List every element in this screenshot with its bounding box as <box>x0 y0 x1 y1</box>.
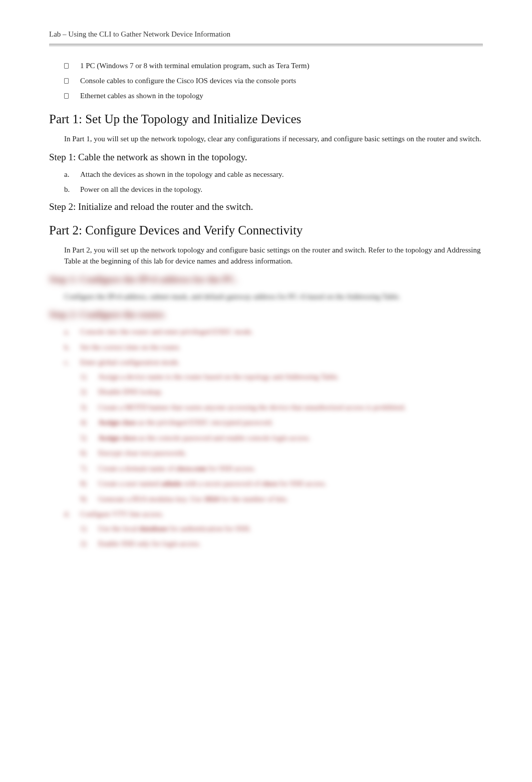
sub-marker: 2) <box>80 538 87 550</box>
part1-step1-heading: Step 1: Cable the network as shown in th… <box>49 152 483 163</box>
blurred-content: Step 1: Configure the IPv4 address for t… <box>49 274 483 550</box>
item-text: Configure VTY line access. <box>80 510 164 518</box>
sub-text: Encrypt clear text passwords. <box>98 449 187 457</box>
sub-list: 1)Assign a device name to the router bas… <box>80 371 483 505</box>
item-text: Power on all the devices in the topology… <box>80 185 202 193</box>
part2-step2-heading: Step 2: Configure the router. <box>49 309 483 320</box>
list-item: 9)Generate a RSA modulus key. Use 1024 f… <box>80 493 483 505</box>
sub-marker: 4) <box>80 417 87 428</box>
item-marker: a. <box>64 169 69 180</box>
sub-marker: 1) <box>80 371 87 383</box>
sub-text: Create a domain name of cisco.com for SS… <box>98 464 255 472</box>
part2-heading: Part 2: Configure Devices and Verify Con… <box>49 223 483 237</box>
item-text: Console into the router and enter privil… <box>80 328 253 336</box>
part2-step1-text: Configure the IPv4 address, subnet mask,… <box>64 291 483 303</box>
item-text: Enter global configuration mode. <box>80 358 180 366</box>
list-item: 1)Use the local database for authenticat… <box>80 523 483 535</box>
item-marker: c. <box>64 357 69 368</box>
item-marker: a. <box>64 326 69 338</box>
sub-text: Create a user named admin with a secret … <box>98 479 327 487</box>
item-marker: d. <box>64 508 70 520</box>
sub-marker: 2) <box>80 386 87 398</box>
part1-step1-list: a. Attach the devices as shown in the to… <box>64 169 483 195</box>
sub-marker: 8) <box>80 478 87 489</box>
list-item: b. Power on all the devices in the topol… <box>64 184 483 195</box>
sub-text: Assign a device name to the router based… <box>98 373 339 381</box>
sub-text: Enable SSH only for login access. <box>98 540 201 548</box>
list-item: Console cables to configure the Cisco IO… <box>61 76 483 87</box>
sub-marker: 5) <box>80 432 87 444</box>
part2-step1-heading: Step 1: Configure the IPv4 address for t… <box>49 274 483 285</box>
list-item: d. Configure VTY line access. 1)Use the … <box>64 508 483 550</box>
sub-text: Assign cisco as the console password and… <box>98 434 311 442</box>
part1-heading: Part 1: Set Up the Topology and Initiali… <box>49 112 483 126</box>
item-text: Set the correct time on the router. <box>80 343 180 351</box>
list-item: Ethernet cables as shown in the topology <box>61 91 483 102</box>
part1-step2-heading: Step 2: Initialize and reload the router… <box>49 201 483 212</box>
list-item: 2)Enable SSH only for login access. <box>80 538 483 550</box>
sub-marker: 7) <box>80 463 87 474</box>
list-item: 1 PC (Windows 7 or 8 with terminal emula… <box>61 61 483 72</box>
item-text: Attach the devices as shown in the topol… <box>80 170 284 178</box>
part1-intro: In Part 1, you will set up the network t… <box>64 133 483 145</box>
header-divider <box>49 44 483 47</box>
list-item: 6)Encrypt clear text passwords. <box>80 447 483 459</box>
list-item: 5)Assign cisco as the console password a… <box>80 432 483 444</box>
sub-marker: 3) <box>80 402 87 413</box>
sub-text: Create a MOTD banner that warns anyone a… <box>98 403 406 411</box>
list-item: a. Attach the devices as shown in the to… <box>64 169 483 180</box>
list-item: 8)Create a user named admin with a secre… <box>80 478 483 489</box>
list-item: 7)Create a domain name of cisco.com for … <box>80 463 483 474</box>
list-item: 3)Create a MOTD banner that warns anyone… <box>80 402 483 413</box>
sub-marker: 1) <box>80 523 87 535</box>
sub-marker: 9) <box>80 493 87 505</box>
sub-text: Generate a RSA modulus key. Use 1024 for… <box>98 495 288 503</box>
list-item: 2)Disable DNS lookup. <box>80 386 483 398</box>
sub-list: 1)Use the local database for authenticat… <box>80 523 483 550</box>
list-item: b. Set the correct time on the router. <box>64 342 483 353</box>
list-item: 1)Assign a device name to the router bas… <box>80 371 483 383</box>
equipment-list: 1 PC (Windows 7 or 8 with terminal emula… <box>61 61 483 101</box>
item-marker: b. <box>64 342 70 353</box>
sub-marker: 6) <box>80 447 87 459</box>
sub-text: Use the local database for authenticatio… <box>98 525 251 533</box>
list-item: 4)Assign class as the privileged EXEC en… <box>80 417 483 428</box>
list-item: a. Console into the router and enter pri… <box>64 326 483 338</box>
part2-intro: In Part 2, you will set up the network t… <box>64 244 483 267</box>
sub-text: Assign class as the privileged EXEC encr… <box>98 418 273 426</box>
lab-header-title: Lab – Using the CLI to Gather Network De… <box>49 30 483 39</box>
item-marker: b. <box>64 184 70 195</box>
part2-step2-list: a. Console into the router and enter pri… <box>64 326 483 550</box>
list-item: c. Enter global configuration mode. 1)As… <box>64 357 483 504</box>
sub-text: Disable DNS lookup. <box>98 388 163 396</box>
